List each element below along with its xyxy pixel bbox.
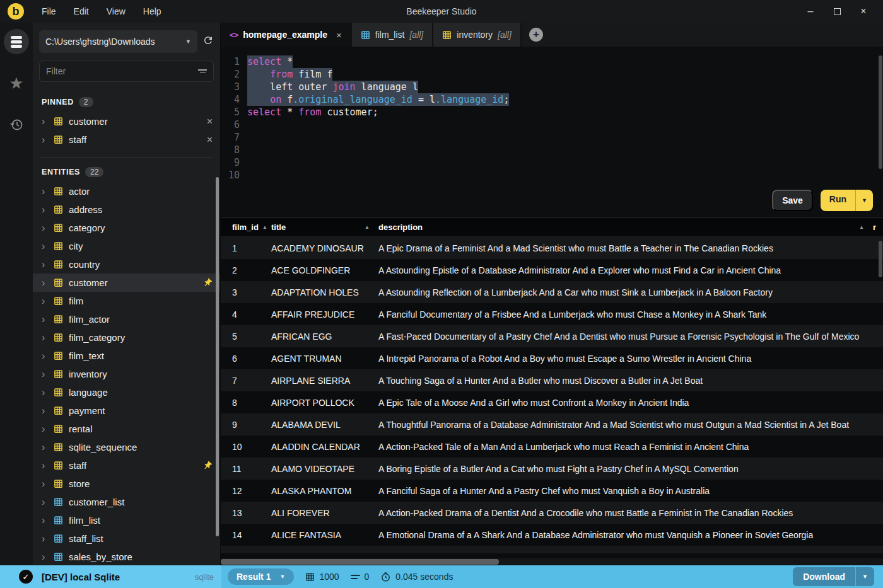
table-row[interactable]: 5AFRICAN EGGA Fast-Paced Documentary of … <box>221 325 883 347</box>
entity-item-staff_list[interactable]: ›staff_list <box>33 529 220 548</box>
entity-item-inventory[interactable]: ›inventory <box>33 365 220 383</box>
chevron-right-icon[interactable]: › <box>42 241 48 251</box>
chevron-right-icon[interactable]: › <box>42 516 48 526</box>
code-line[interactable]: 8 <box>221 144 883 156</box>
chevron-right-icon[interactable]: › <box>42 552 48 562</box>
code-line[interactable]: 9 <box>221 156 883 169</box>
table-row[interactable]: 3ADAPTATION HOLESA Astounding Reflection… <box>221 281 883 303</box>
pinned-item-customer[interactable]: ›customer× <box>33 112 220 130</box>
database-nav-icon[interactable] <box>4 29 29 54</box>
entity-item-category[interactable]: ›category <box>33 219 220 237</box>
column-header-film-id[interactable]: film_id▲ <box>221 222 271 232</box>
entity-item-staff[interactable]: ›staff <box>33 456 220 475</box>
chevron-right-icon[interactable]: › <box>42 406 48 416</box>
entity-item-country[interactable]: ›country <box>33 255 220 274</box>
chevron-right-icon[interactable]: › <box>42 388 48 398</box>
chevron-right-icon[interactable]: › <box>42 205 48 215</box>
minimize-icon[interactable]: – <box>800 3 821 20</box>
entity-item-sqlite_sequence[interactable]: ›sqlite_sequence <box>33 438 220 456</box>
chevron-right-icon[interactable]: › <box>42 497 48 507</box>
run-options-caret-icon[interactable]: ▼ <box>855 190 873 211</box>
entity-item-actor[interactable]: ›actor <box>33 182 220 200</box>
save-button[interactable]: Save <box>772 190 813 211</box>
code-line[interactable]: 3 left outer join language l <box>221 81 883 93</box>
code-line[interactable]: 1select * <box>221 55 883 68</box>
filter-input[interactable] <box>46 66 198 76</box>
editor-scrollbar[interactable] <box>879 55 882 169</box>
table-row[interactable]: 11ALAMO VIDEOTAPEA Boring Epistle of a B… <box>221 458 883 480</box>
column-header-title[interactable]: title▲ <box>271 222 378 232</box>
result-selector[interactable]: Result 1 ▼ <box>228 568 294 585</box>
menu-help[interactable]: Help <box>136 4 169 19</box>
table-row[interactable]: 8AIRPORT POLLOCKA Epic Tale of a Moose A… <box>221 391 883 413</box>
chevron-right-icon[interactable]: › <box>42 187 48 197</box>
entity-item-language[interactable]: ›language <box>33 383 220 401</box>
column-header-description[interactable]: description▲ <box>378 222 873 232</box>
table-row[interactable]: 10ALADDIN CALENDARA Action-Packed Tale o… <box>221 435 883 458</box>
chevron-right-icon[interactable]: › <box>42 314 48 325</box>
chevron-right-icon[interactable]: › <box>42 278 48 288</box>
code-line[interactable]: 2 from film f <box>221 68 883 81</box>
entity-item-film[interactable]: ›film <box>33 292 220 310</box>
chevron-right-icon[interactable]: › <box>42 534 48 544</box>
table-row[interactable]: 6AGENT TRUMANA Intrepid Panorama of a Ro… <box>221 347 883 369</box>
entity-item-store[interactable]: ›store <box>33 475 220 493</box>
code-line[interactable]: 6 <box>221 118 883 131</box>
table-row[interactable]: 4AFFAIR PREJUDICEA Fanciful Documentary … <box>221 303 883 325</box>
table-row[interactable]: 13ALI FOREVERA Action-Packed Drama of a … <box>221 502 883 524</box>
chevron-right-icon[interactable]: › <box>42 135 48 145</box>
entity-item-film_list[interactable]: ›film_list <box>33 511 220 529</box>
new-tab-button[interactable]: + <box>529 28 543 42</box>
entity-item-address[interactable]: ›address <box>33 200 220 219</box>
entity-item-customer_list[interactable]: ›customer_list <box>33 493 220 511</box>
entity-item-film_actor[interactable]: ›film_actor <box>33 310 220 328</box>
tab-film_list[interactable]: film_list[all] <box>352 23 433 47</box>
chevron-right-icon[interactable]: › <box>42 461 48 471</box>
close-tab-icon[interactable]: × <box>336 30 342 40</box>
table-row[interactable]: 12ALASKA PHANTOMA Fanciful Saga of a Hun… <box>221 480 883 502</box>
tab-inventory[interactable]: inventory[all] <box>433 23 522 47</box>
menu-edit[interactable]: Edit <box>66 4 96 19</box>
chevron-right-icon[interactable]: › <box>42 369 48 379</box>
entity-item-sales_by_store[interactable]: ›sales_by_store <box>33 548 220 565</box>
tab-homepage_example[interactable]: <>homepage_example× <box>221 23 352 47</box>
table-row[interactable]: 7AIRPLANE SIERRAA Touching Saga of a Hun… <box>221 369 883 391</box>
chevron-right-icon[interactable]: › <box>42 333 48 343</box>
unpin-close-icon[interactable]: × <box>207 134 213 146</box>
chevron-right-icon[interactable]: › <box>42 260 48 270</box>
unpin-close-icon[interactable]: × <box>207 116 213 127</box>
pin-icon[interactable] <box>201 458 215 473</box>
entity-item-film_text[interactable]: ›film_text <box>33 347 220 365</box>
entity-item-customer[interactable]: ›customer <box>33 274 220 292</box>
entity-item-film_category[interactable]: ›film_category <box>33 328 220 347</box>
sidebar-scrollbar[interactable] <box>216 177 219 536</box>
table-row[interactable]: 2ACE GOLDFINGERA Astounding Epistle of a… <box>221 259 883 281</box>
chevron-right-icon[interactable]: › <box>42 479 48 489</box>
table-row[interactable]: 14ALICE FANTASIAA Emotional Drama of a A… <box>221 524 883 546</box>
table-row[interactable]: 1ACADEMY DINOSAURA Epic Drama of a Femin… <box>221 237 883 259</box>
entity-item-city[interactable]: ›city <box>33 237 220 255</box>
entity-item-payment[interactable]: ›payment <box>33 401 220 420</box>
refresh-icon[interactable] <box>202 35 214 49</box>
pin-icon[interactable] <box>201 275 215 290</box>
code-line[interactable]: 4 on f.original_language_id = l.language… <box>221 93 883 106</box>
favorites-star-icon[interactable]: ★ <box>4 71 29 96</box>
download-button[interactable]: Download ▼ <box>793 567 874 586</box>
close-icon[interactable]: × <box>853 3 874 20</box>
maximize-icon[interactable] <box>826 3 848 20</box>
download-options-caret-icon[interactable]: ▼ <box>855 567 874 586</box>
results-scrollbar[interactable] <box>879 241 882 277</box>
table-row[interactable]: 9ALABAMA DEVILA Thoughtful Panorama of a… <box>221 413 883 435</box>
menu-file[interactable]: File <box>34 4 64 19</box>
pinned-item-staff[interactable]: ›staff× <box>33 130 220 149</box>
chevron-right-icon[interactable]: › <box>42 117 48 127</box>
history-icon[interactable] <box>4 112 29 137</box>
sql-editor[interactable]: 1select *2 from film f3 left outer join … <box>221 47 883 218</box>
code-line[interactable]: 7 <box>221 131 883 144</box>
code-line[interactable]: 5select * from customer; <box>221 106 883 118</box>
entity-item-rental[interactable]: ›rental <box>33 420 220 438</box>
menu-view[interactable]: View <box>99 4 133 19</box>
code-line[interactable]: 10 <box>221 169 883 182</box>
chevron-right-icon[interactable]: › <box>42 424 48 434</box>
database-select[interactable]: C:\Users\ghstng\Downloads ▼ <box>39 30 197 53</box>
